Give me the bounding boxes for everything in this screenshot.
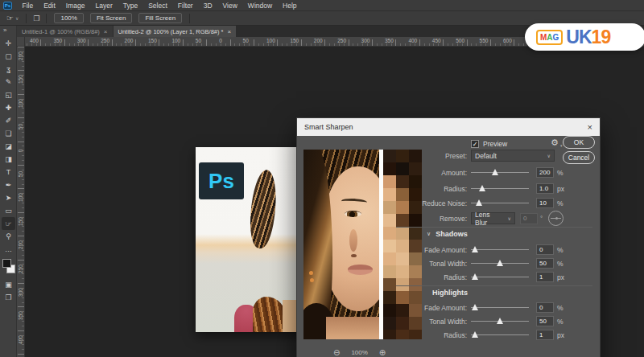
clone-stamp-tool[interactable]: ❏ [2, 127, 15, 140]
slider-track[interactable] [471, 304, 529, 311]
angle-dial[interactable] [548, 211, 564, 226]
amount-slider-row: Amount:200% [396, 166, 598, 178]
path-selection-tool[interactable]: ➤ [2, 191, 15, 204]
hand-tool[interactable]: ☞ [2, 217, 15, 230]
slider-track[interactable] [471, 246, 529, 253]
toolbar-collapse-icon[interactable]: » [3, 27, 6, 34]
menu-item-window[interactable]: Window [242, 0, 277, 11]
canvas-area[interactable]: Ps Smart Sharpen × [25, 47, 644, 357]
document-tab-1[interactable]: Untitled-1 @ 100% (RGB/8#)× [17, 26, 113, 37]
ruler-tick-label: 400 [408, 38, 417, 43]
pen-tool[interactable]: ✒ [2, 178, 15, 191]
smart-sharpen-dialog[interactable]: Smart Sharpen × [296, 117, 601, 357]
slider-thumb[interactable] [492, 169, 498, 175]
shadows-radius-row: Radius:1px [396, 271, 598, 283]
vertical-ruler[interactable]: 20015010050050100150200250300350400 [17, 47, 25, 357]
color-swatches[interactable] [2, 258, 15, 276]
scroll-all-windows-icon[interactable]: ❐ [33, 14, 39, 23]
ruler-tick-label: 50 [196, 38, 201, 43]
tab-close-icon[interactable]: × [104, 28, 108, 35]
menu-item-image[interactable]: Image [60, 0, 90, 11]
slider-track[interactable] [471, 185, 529, 192]
slider-unit: px [557, 331, 564, 339]
slider-thumb[interactable] [472, 304, 478, 310]
slider-track[interactable] [471, 318, 529, 325]
screen-mode-button[interactable]: ❐ [2, 291, 15, 304]
zoom-100-button[interactable]: 100% [54, 13, 83, 23]
slider-value-field[interactable]: 50 [536, 258, 554, 269]
move-tool[interactable]: ✛ [2, 37, 15, 50]
hand-tool-options-icon[interactable]: ☞ [6, 14, 14, 23]
slider-track[interactable] [471, 273, 529, 281]
slider-track[interactable] [471, 331, 529, 339]
crop-tool[interactable]: ◱ [2, 88, 15, 101]
brush-tool[interactable]: ✐ [2, 114, 15, 127]
highlights-section-header[interactable]: Highlights [432, 289, 468, 297]
menu-item-filter[interactable]: Filter [172, 0, 198, 11]
menu-item-file[interactable]: File [17, 0, 39, 11]
slider-value-field[interactable]: 50 [536, 316, 554, 326]
menu-item-select[interactable]: Select [143, 0, 173, 11]
ok-button[interactable]: OK [563, 136, 595, 149]
slider-value-field[interactable]: 1 [536, 330, 554, 340]
slider-thumb[interactable] [476, 199, 482, 206]
slider-thumb[interactable] [497, 318, 503, 324]
type-tool[interactable]: T [2, 166, 15, 178]
preview-checkbox[interactable]: ✓ [471, 140, 479, 148]
menu-item-layer[interactable]: Layer [90, 0, 118, 11]
tool-preset-caret-icon[interactable]: ∨ [15, 15, 19, 21]
dialog-close-icon[interactable]: × [588, 122, 592, 132]
healing-brush-tool[interactable]: ✚ [2, 101, 15, 114]
fit-screen-button[interactable]: Fit Screen [90, 13, 132, 23]
ruler-corner [17, 37, 25, 47]
slider-value-field[interactable]: 200 [536, 167, 554, 178]
photo-eye [345, 211, 362, 217]
preview-checkbox-label: Preview [483, 140, 507, 148]
slider-value-field[interactable]: 10 [536, 198, 554, 208]
cancel-button[interactable]: Cancel [563, 151, 595, 164]
slider-label: Reduce Noise: [396, 199, 467, 207]
slider-thumb[interactable] [472, 273, 478, 280]
preview-photo-sharp [303, 150, 379, 339]
shadows-section-header[interactable]: ∨ Shadows [427, 230, 468, 238]
tab-close-icon[interactable]: × [228, 28, 232, 35]
preview-zoom-level[interactable]: 100% [351, 349, 367, 356]
remove-dropdown[interactable]: Lens Blur ∨ [471, 212, 515, 224]
slider-value-field[interactable]: 1 [536, 272, 554, 282]
lasso-tool[interactable]: ʓ [2, 63, 15, 76]
gradient-tool[interactable]: ◨ [2, 153, 15, 166]
slider-value-field[interactable]: 0 [536, 244, 554, 255]
more-tools[interactable]: … [2, 243, 15, 256]
menu-item-3d[interactable]: 3D [198, 0, 217, 11]
menu-item-type[interactable]: Type [118, 0, 142, 11]
gear-icon[interactable]: ⚙ [551, 137, 559, 148]
zoom-tool[interactable]: ⚲ [2, 230, 15, 243]
quick-selection-tool[interactable]: ✎ [2, 76, 15, 88]
slider-track[interactable] [471, 260, 529, 267]
menu-item-edit[interactable]: Edit [39, 0, 61, 11]
menu-item-view[interactable]: View [217, 0, 242, 11]
slider-thumb[interactable] [497, 260, 503, 266]
quick-mask-button[interactable]: ▣ [2, 278, 15, 291]
dialog-title-bar[interactable]: Smart Sharpen × [297, 118, 600, 136]
slider-track[interactable] [471, 169, 529, 176]
slider-value-field[interactable]: 1.0 [536, 183, 554, 194]
eraser-tool[interactable]: ◪ [2, 140, 15, 153]
fill-screen-button[interactable]: Fill Screen [138, 13, 182, 23]
slider-value-field[interactable]: 0 [536, 302, 554, 313]
quick-selection-tool-icon: ✎ [6, 78, 12, 86]
menu-item-help[interactable]: Help [278, 0, 302, 11]
slider-thumb[interactable] [479, 185, 485, 191]
slider-thumb[interactable] [472, 246, 478, 252]
marquee-tool[interactable]: ▢ [2, 50, 15, 63]
document-tab-2[interactable]: Untitled-2 @ 100% (Layer 1, RGB/8#) *× [114, 26, 237, 37]
preset-dropdown[interactable]: Default ∨ [471, 150, 555, 162]
foreground-color-swatch[interactable] [2, 259, 11, 268]
type-tool-icon: T [6, 168, 11, 176]
zoom-in-icon[interactable]: ⊕ [379, 348, 386, 357]
slider-thumb[interactable] [472, 331, 478, 338]
shape-tool[interactable]: ▭ [2, 204, 15, 217]
slider-track[interactable] [471, 199, 529, 207]
zoom-out-icon[interactable]: ⊖ [333, 348, 340, 357]
slider-label: Fade Amount: [396, 246, 467, 254]
